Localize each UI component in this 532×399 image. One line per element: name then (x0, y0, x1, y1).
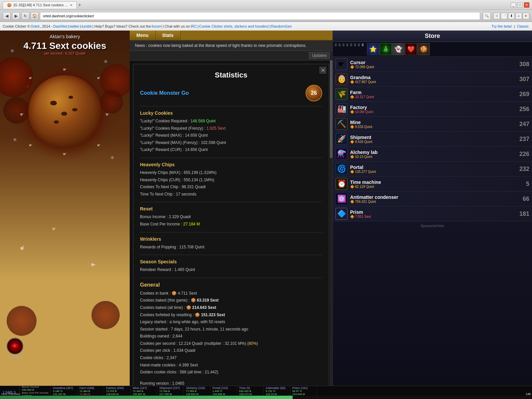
refresh-button[interactable]: ↻ (21, 12, 29, 20)
store-item-cursor[interactable]: ☛ Cursor 🔶 72.099 Quint 308 (333, 57, 532, 72)
stats-close-button[interactable]: ✕ (320, 67, 326, 73)
legacy-started: Legacy started : a long while ago, with … (140, 319, 322, 326)
download-button[interactable]: ⬇ (508, 13, 515, 19)
tumblr-link[interactable]: tumblr (82, 24, 92, 28)
scrollbar-thumb[interactable] (330, 61, 332, 158)
reindeer-value: 1.465 Quint (174, 267, 195, 272)
bottom-alchemy-bonus: 77.569 B (186, 390, 208, 393)
store-item-grandma[interactable]: 👵 Grandma 🔶 417.967 Quint 307 (333, 72, 532, 87)
store-item-alchemy[interactable]: ⚗️ Alchemy lab 🔶 10.13 Quint 226 (333, 147, 532, 162)
upgrade-slot-ghost[interactable]: 👻 (392, 43, 404, 55)
bottom-farm-bonus: 72.484 B (79, 390, 102, 393)
shipment-item-count: 237 (516, 136, 529, 143)
lucky-cookies-title: Lucky Cookies (140, 110, 322, 116)
factory-item-info: Factory 🔶 10.06t Quint (350, 105, 516, 114)
bottom-prism-name: Prism (181) (292, 386, 315, 390)
address-bar[interactable] (40, 12, 480, 20)
upgrade-slot-cookie[interactable]: 🍪 (418, 43, 430, 55)
store-item-factory[interactable]: 🏭 Factory 🔶 10.06t Quint 256 (333, 102, 532, 117)
version-display: v.1.0465 (7, 355, 23, 359)
farm-item-count: 269 (516, 91, 529, 98)
upgrade-slot-star[interactable]: ⭐ (367, 43, 379, 55)
store-item-mine[interactable]: ⛏️ Mine 🔶 9.533 Quint 247 (333, 117, 532, 132)
store-item-portal[interactable]: 🌀 Portal 🔶 135.277 Quint 232 (333, 162, 532, 177)
cookies-baked-all: Cookies baked (all time) : 🍪 214.643 Sex… (140, 304, 322, 312)
tab-close-button[interactable]: ✕ (70, 3, 72, 7)
lucky-reward-max-frenzy: "Lucky!" Reward (MAX) (Frenzy) : 102.598… (140, 139, 322, 147)
grandma-item-cost: 🔶 417.967 Quint (350, 80, 516, 84)
hc-next-value: 98.331 Quadr (182, 185, 206, 189)
upgrade-slot-heart[interactable]: ❤️ (405, 43, 417, 55)
try-beta-link[interactable]: Try the beta! (491, 24, 512, 28)
mine-item-icon: ⛏️ (335, 118, 347, 130)
news-bar: News : cookies now being baked at the li… (130, 41, 332, 51)
browser-tab[interactable]: 🍪 [G 26][148] 4.711 Sext cookies ... ✕ (3, 1, 77, 9)
prism-item-count: 181 (516, 210, 529, 217)
bakery-name: Aktan's bakery (50, 34, 80, 39)
shirts-link[interactable]: Cookie Clicker shirts, stickers and hood… (199, 24, 269, 28)
alchemy-item-info: Alchemy lab 🔶 10.13 Quint (350, 150, 516, 159)
twitter-link[interactable]: twitter (69, 24, 79, 28)
dashnet-link[interactable]: DashNet (53, 24, 67, 28)
bottom-grandma-base: 131.187 M (53, 393, 75, 396)
store-item-time-machine[interactable]: ⏰ Time machine 🔶 82.129 Quint 5 (333, 177, 532, 192)
upgrade-slot-tree[interactable]: 🎄 (380, 43, 392, 55)
sponsored-links-label: Sponsored links (333, 221, 532, 230)
back-button[interactable]: ◀ (3, 12, 11, 20)
bottom-mine-bonus: 72.946 B (133, 390, 155, 393)
stats-scrollbar[interactable] (330, 61, 332, 386)
bottom-antimatter-base: 132.19 M (266, 393, 288, 396)
stats-divider (140, 255, 322, 255)
updates-button[interactable]: Updates (309, 52, 330, 59)
browser-titlebar: 🍪 [G 26][148] 4.711 Sext cookies ... ✕ +… (0, 0, 532, 10)
shipment-item-info: Shipment 🔶 9.426 Quint (350, 135, 516, 144)
new-tab-button[interactable]: + (78, 2, 81, 8)
reindeer-progress-bar (0, 396, 293, 399)
antimatter-item-name: Antimatter condenser (350, 195, 516, 200)
shipment-item-name: Shipment (350, 135, 516, 140)
prism-item-cost: 🔶 7.051 Sext (350, 215, 516, 218)
home-nav-button[interactable]: ⌂ (515, 13, 522, 19)
bottom-portal-bonus: 1.449 Tr (212, 390, 235, 393)
upgrade-count-7: 8 (362, 43, 364, 55)
bottom-alchemy-base: 130.604 M (186, 393, 208, 396)
home-button[interactable]: 🏠 (31, 12, 39, 20)
page-button[interactable]: 📄 (501, 13, 507, 19)
randomgen-link[interactable]: RandomGen (271, 24, 292, 28)
forum-link[interactable]: forum! (152, 24, 162, 28)
store-item-antimatter[interactable]: ⚛️ Antimatter condenser 🔶 756.421 Quint … (333, 192, 532, 206)
classic-link[interactable]: Classic (517, 24, 529, 28)
prism-item-info: Prism 🔶 7.051 Sext (350, 209, 516, 218)
golden-all-time: 21,442 (205, 370, 217, 374)
base-cost-value: 27.184 M (183, 222, 200, 226)
bookmark-star-button[interactable]: ☆ (493, 13, 500, 19)
maximize-button[interactable]: □ (517, 2, 523, 8)
bottom-shipment-bonus: 73.768 B (159, 390, 182, 393)
cookie-monster-header: Cookie Monster Go 26 (140, 85, 322, 101)
minimize-button[interactable]: _ (511, 2, 516, 8)
forward-button[interactable]: ▶ (12, 12, 20, 20)
shipment-item-icon: 🚀 (335, 133, 347, 145)
bottom-cursor-base-label: Base Cost Per Income (22, 391, 49, 394)
general-title: General (140, 282, 322, 288)
cookies-in-bank: Cookies in bank : 🍪 4.711 Sext (140, 290, 322, 297)
stats-tab[interactable]: Stats (156, 31, 181, 40)
search-icon: 🔍 (483, 12, 491, 20)
orteil-link[interactable]: Orteil (31, 24, 39, 28)
bank-value: 4.711 Sext (178, 291, 197, 296)
stats-title: Statistics (140, 71, 322, 79)
menu-button[interactable]: ≡ (523, 13, 529, 19)
store-item-prism[interactable]: 🔷 Prism 🔶 7.051 Sext 181 (333, 206, 532, 221)
close-button[interactable]: ✕ (524, 2, 529, 8)
stats-divider (140, 106, 322, 106)
hc-max-value: 655,199 (184, 170, 198, 175)
bottom-farm-base: 72.484 B (79, 393, 102, 396)
menu-tab[interactable]: Menu (130, 31, 156, 40)
lucky-frenzy-value: 1.025 Sext (206, 126, 225, 131)
irc-link[interactable]: IRC (191, 24, 197, 28)
store-item-shipment[interactable]: 🚀 Shipment 🔶 9.426 Quint 237 (333, 132, 532, 147)
store-item-farm[interactable]: 🌾 Farm 🔶 10.317 Quint 269 (333, 87, 532, 102)
stats-panel[interactable]: ✕ Statistics Cookie Monster Go 26 Lucky … (130, 61, 332, 386)
cps-value: 12.214 Quadr (179, 341, 203, 346)
cookie-area: ☛ ☛ ☛ ☛ ☛ ☛ ☛ ☛ (15, 62, 115, 162)
